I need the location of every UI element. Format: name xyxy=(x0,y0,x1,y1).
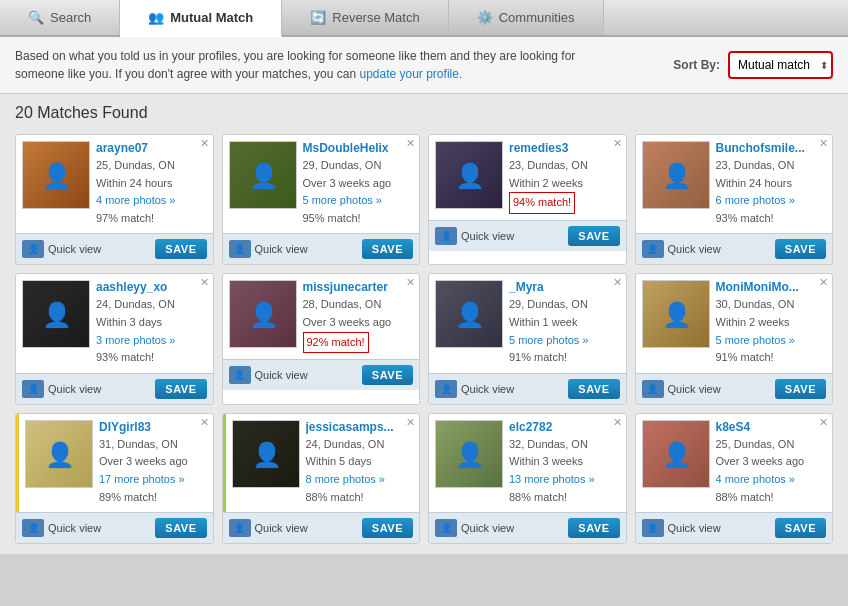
photos-link[interactable]: 5 more photos » xyxy=(716,332,827,350)
match-percent: 93% match! xyxy=(716,212,774,224)
save-button[interactable]: SAVE xyxy=(155,518,206,538)
username[interactable]: DIYgirl83 xyxy=(99,420,207,434)
card-bottom: 👤 Quick view SAVE xyxy=(636,233,833,264)
photos-link[interactable]: 5 more photos » xyxy=(303,192,414,210)
avatar-placeholder: 👤 xyxy=(436,281,503,348)
avatar: 👤 xyxy=(435,280,503,348)
communities-icon: ⚙️ xyxy=(477,10,493,25)
card-details: 23, Dundas, ON Within 24 hours 6 more ph… xyxy=(716,157,827,227)
quick-view-button[interactable]: 👤 Quick view xyxy=(642,519,721,537)
card-info: MoniMoniMo... 30, Dundas, ON Within 2 we… xyxy=(716,280,827,366)
username[interactable]: MoniMoniMo... xyxy=(716,280,827,294)
tab-mutual-match[interactable]: 👥 Mutual Match xyxy=(120,0,282,37)
quick-view-button[interactable]: 👤 Quick view xyxy=(22,519,101,537)
username[interactable]: jessicasamps... xyxy=(306,420,414,434)
username[interactable]: _Myra xyxy=(509,280,620,294)
photos-link[interactable]: 5 more photos » xyxy=(509,332,620,350)
photos-link[interactable]: 17 more photos » xyxy=(99,471,207,489)
username[interactable]: arayne07 xyxy=(96,141,207,155)
save-button[interactable]: SAVE xyxy=(155,379,206,399)
save-button[interactable]: SAVE xyxy=(362,239,413,259)
quick-view-button[interactable]: 👤 Quick view xyxy=(642,380,721,398)
tab-reverse-match[interactable]: 🔄 Reverse Match xyxy=(282,0,448,35)
save-button[interactable]: SAVE xyxy=(568,518,619,538)
save-button[interactable]: SAVE xyxy=(568,379,619,399)
match-percent: 91% match! xyxy=(716,351,774,363)
tab-search[interactable]: 🔍 Search xyxy=(0,0,120,35)
close-button[interactable]: ✕ xyxy=(200,277,209,288)
quick-view-button[interactable]: 👤 Quick view xyxy=(435,227,514,245)
age-location: 32, Dundas, ON xyxy=(509,436,620,454)
card-info: _Myra 29, Dundas, ON Within 1 week 5 mor… xyxy=(509,280,620,366)
photos-link[interactable]: 4 more photos » xyxy=(716,471,827,489)
username[interactable]: aashleyy_xo xyxy=(96,280,207,294)
quick-view-button[interactable]: 👤 Quick view xyxy=(642,240,721,258)
save-button[interactable]: SAVE xyxy=(775,239,826,259)
close-button[interactable]: ✕ xyxy=(819,277,828,288)
quick-view-button[interactable]: 👤 Quick view xyxy=(22,380,101,398)
card-top: 👤 k8eS4 25, Dundas, ON Over 3 weeks ago … xyxy=(636,414,833,512)
card-info: MsDoubleHelix 29, Dundas, ON Over 3 week… xyxy=(303,141,414,227)
avatar: 👤 xyxy=(229,280,297,348)
photos-link[interactable]: 3 more photos » xyxy=(96,332,207,350)
quick-view-button[interactable]: 👤 Quick view xyxy=(229,366,308,384)
close-button[interactable]: ✕ xyxy=(613,277,622,288)
username[interactable]: Bunchofsmile... xyxy=(716,141,827,155)
save-button[interactable]: SAVE xyxy=(568,226,619,246)
username[interactable]: remedies3 xyxy=(509,141,620,155)
close-button[interactable]: ✕ xyxy=(406,417,415,428)
username[interactable]: missjunecarter xyxy=(303,280,414,294)
card-details: 25, Dundas, ON Over 3 weeks ago 4 more p… xyxy=(716,436,827,506)
username[interactable]: elc2782 xyxy=(509,420,620,434)
close-button[interactable]: ✕ xyxy=(200,138,209,149)
age-location: 29, Dundas, ON xyxy=(303,157,414,175)
info-text-part1: Based on what you told us in your profil… xyxy=(15,49,575,81)
photos-link[interactable]: 4 more photos » xyxy=(96,192,207,210)
close-button[interactable]: ✕ xyxy=(819,417,828,428)
close-button[interactable]: ✕ xyxy=(200,417,209,428)
card-details: 29, Dundas, ON Within 1 week 5 more phot… xyxy=(509,296,620,366)
close-button[interactable]: ✕ xyxy=(613,138,622,149)
card-bottom: 👤 Quick view SAVE xyxy=(16,373,213,404)
avatar-placeholder: 👤 xyxy=(643,281,710,348)
age-location: 25, Dundas, ON xyxy=(716,436,827,454)
card-top: 👤 arayne07 25, Dundas, ON Within 24 hour… xyxy=(16,135,213,233)
quick-view-label: Quick view xyxy=(255,243,308,255)
match-card: 👤 jessicasamps... 24, Dundas, ON Within … xyxy=(222,413,421,544)
card-info: elc2782 32, Dundas, ON Within 3 weeks 13… xyxy=(509,420,620,506)
quick-view-button[interactable]: 👤 Quick view xyxy=(229,519,308,537)
username[interactable]: k8eS4 xyxy=(716,420,827,434)
photos-link[interactable]: 8 more photos » xyxy=(306,471,414,489)
card-details: 29, Dundas, ON Over 3 weeks ago 5 more p… xyxy=(303,157,414,227)
last-seen: Within 3 days xyxy=(96,314,207,332)
quick-view-button[interactable]: 👤 Quick view xyxy=(435,519,514,537)
tab-communities[interactable]: ⚙️ Communities xyxy=(449,0,604,35)
save-button[interactable]: SAVE xyxy=(362,518,413,538)
photos-link[interactable]: 6 more photos » xyxy=(716,192,827,210)
info-bar: Based on what you told us in your profil… xyxy=(0,37,848,94)
quick-view-button[interactable]: 👤 Quick view xyxy=(435,380,514,398)
update-profile-link[interactable]: update your profile. xyxy=(359,67,462,81)
quick-view-button[interactable]: 👤 Quick view xyxy=(22,240,101,258)
username[interactable]: MsDoubleHelix xyxy=(303,141,414,155)
match-card: 👤 Bunchofsmile... 23, Dundas, ON Within … xyxy=(635,134,834,265)
save-button[interactable]: SAVE xyxy=(775,379,826,399)
save-button[interactable]: SAVE xyxy=(775,518,826,538)
card-bottom: 👤 Quick view SAVE xyxy=(16,512,213,543)
card-details: 25, Dundas, ON Within 24 hours 4 more ph… xyxy=(96,157,207,227)
match-card: 👤 aashleyy_xo 24, Dundas, ON Within 3 da… xyxy=(15,273,214,404)
quick-view-button[interactable]: 👤 Quick view xyxy=(229,240,308,258)
avatar-placeholder: 👤 xyxy=(233,421,300,488)
close-button[interactable]: ✕ xyxy=(406,138,415,149)
quick-view-label: Quick view xyxy=(668,243,721,255)
close-button[interactable]: ✕ xyxy=(613,417,622,428)
close-button[interactable]: ✕ xyxy=(406,277,415,288)
close-button[interactable]: ✕ xyxy=(819,138,828,149)
save-button[interactable]: SAVE xyxy=(362,365,413,385)
search-icon: 🔍 xyxy=(28,10,44,25)
sort-select[interactable]: Mutual match Last login Distance Age xyxy=(728,51,833,79)
avatar: 👤 xyxy=(642,280,710,348)
photos-link[interactable]: 13 more photos » xyxy=(509,471,620,489)
save-button[interactable]: SAVE xyxy=(155,239,206,259)
card-top: 👤 jessicasamps... 24, Dundas, ON Within … xyxy=(223,414,420,512)
